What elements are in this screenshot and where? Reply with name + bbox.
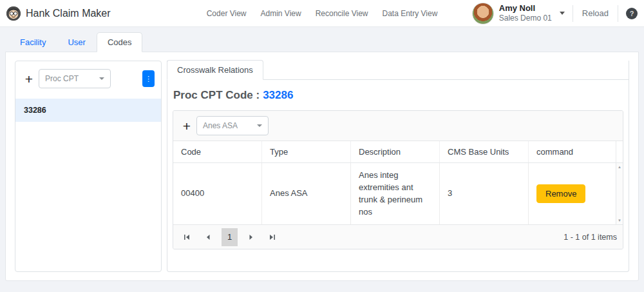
help-icon[interactable]: ? <box>626 8 638 19</box>
crosswalk-heading-label: Proc CPT Code : <box>173 89 260 101</box>
crosswalk-tabstrip: Crosswalk Relations <box>167 61 629 80</box>
crosswalk-heading: Proc CPT Code :33286 <box>173 89 623 102</box>
relation-type-dropdown-value: Anes ASA <box>203 121 238 130</box>
page: Hank Claim Maker Coder View Admin View R… <box>0 0 644 292</box>
pager-next-button[interactable] <box>243 229 259 246</box>
more-options-button[interactable]: ⋮ <box>142 70 155 87</box>
user-name: Amy Noll <box>499 3 552 14</box>
column-header-cms-base-units[interactable]: CMS Base Units <box>440 141 529 162</box>
top-nav: Coder View Admin View Reconcile View Dat… <box>207 9 438 18</box>
column-header-description[interactable]: Description <box>351 141 440 162</box>
table-row: 00400 Anes ASA Anes integ extremities an… <box>173 163 616 224</box>
tab-crosswalk-relations[interactable]: Crosswalk Relations <box>167 60 263 80</box>
code-list-toolbar: + Proc CPT ⋮ <box>15 61 161 95</box>
grid-toolbar: + Anes ASA <box>173 111 623 141</box>
relation-type-dropdown[interactable]: Anes ASA <box>196 116 269 135</box>
app-title: Hank Claim Maker <box>26 8 111 19</box>
separator <box>618 5 618 22</box>
header-right: Amy Noll Sales Demo 01 Reload ? <box>472 3 638 24</box>
add-relation-button[interactable]: + <box>180 119 194 133</box>
user-block[interactable]: Amy Noll Sales Demo 01 <box>499 3 552 23</box>
nav-coder-view[interactable]: Coder View <box>207 9 247 18</box>
pager-prev-button[interactable] <box>200 229 216 246</box>
tab-codes[interactable]: Codes <box>97 32 143 52</box>
cell-command: Remove <box>529 163 616 224</box>
scroll-down-icon[interactable]: ▼ <box>618 219 621 222</box>
pager-first-button[interactable] <box>179 229 194 246</box>
remove-button[interactable]: Remove <box>536 184 585 203</box>
arrow-left-icon <box>205 234 211 240</box>
chevron-down-icon <box>257 124 262 127</box>
main-tabs: Facility User Codes <box>5 32 639 52</box>
column-header-type[interactable]: Type <box>262 141 351 162</box>
cell-type: Anes ASA <box>262 163 351 224</box>
tab-facility[interactable]: Facility <box>9 32 57 52</box>
crosswalk-grid: + Anes ASA Code Type Description CMS Bas… <box>173 110 623 249</box>
grid-header-row: Code Type Description CMS Base Units com… <box>173 141 623 163</box>
pager-last-button[interactable] <box>265 229 280 246</box>
app-logo-icon <box>6 6 21 21</box>
crosswalk-body: Proc CPT Code :33286 + Anes ASA <box>167 80 629 258</box>
codes-tab-content: + Proc CPT ⋮ 33286 Crosswalk Relations <box>5 52 639 281</box>
grid-body: 00400 Anes ASA Anes integ extremities an… <box>173 163 623 224</box>
add-code-button[interactable]: + <box>22 72 36 86</box>
code-list-item[interactable]: 33286 <box>15 99 161 122</box>
pager-summary: 1 - 1 of 1 items <box>564 233 617 242</box>
seek-last-icon <box>269 234 276 240</box>
nav-admin-view[interactable]: Admin View <box>261 9 301 18</box>
grid-vertical-scrollbar[interactable]: ▲ ▼ <box>616 163 623 224</box>
user-org: Sales Demo 01 <box>499 14 552 23</box>
seek-first-icon <box>184 234 190 240</box>
column-header-code[interactable]: Code <box>173 141 262 162</box>
app-brand[interactable]: Hank Claim Maker <box>6 6 111 21</box>
code-type-dropdown[interactable]: Proc CPT <box>39 69 111 88</box>
user-avatar[interactable] <box>472 3 494 24</box>
main-area: Facility User Codes + Proc CPT ⋮ 33286 <box>5 32 639 281</box>
pager-page-1[interactable]: 1 <box>222 228 238 246</box>
nav-reconcile-view[interactable]: Reconcile View <box>316 9 368 18</box>
user-menu-caret-icon[interactable] <box>560 12 565 15</box>
cell-cms-base-units: 3 <box>440 163 529 224</box>
crosswalk-panel: Crosswalk Relations Proc CPT Code :33286… <box>167 61 629 272</box>
crosswalk-heading-code: 33286 <box>263 89 293 101</box>
reload-button[interactable]: Reload <box>573 5 618 22</box>
column-header-command[interactable]: command <box>529 141 616 162</box>
cell-code: 00400 <box>173 163 262 224</box>
scroll-up-icon[interactable]: ▲ <box>618 165 621 169</box>
tabstrip-filler <box>263 61 629 80</box>
chevron-down-icon <box>99 77 104 80</box>
cell-description: Anes integ extremities ant trunk & perin… <box>351 163 440 224</box>
code-type-dropdown-value: Proc CPT <box>45 74 79 83</box>
grid-pager: 1 1 - 1 of 1 items <box>173 224 623 249</box>
app-header: Hank Claim Maker Coder View Admin View R… <box>0 0 644 27</box>
code-list-panel: + Proc CPT ⋮ 33286 <box>15 61 162 272</box>
arrow-right-icon <box>248 234 254 240</box>
tab-user[interactable]: User <box>57 32 96 52</box>
code-list: 33286 <box>15 99 161 122</box>
header-scrollbar-spacer <box>616 141 623 162</box>
nav-data-entry-view[interactable]: Data Entry View <box>382 9 437 18</box>
more-vertical-icon: ⋮ <box>145 75 152 83</box>
